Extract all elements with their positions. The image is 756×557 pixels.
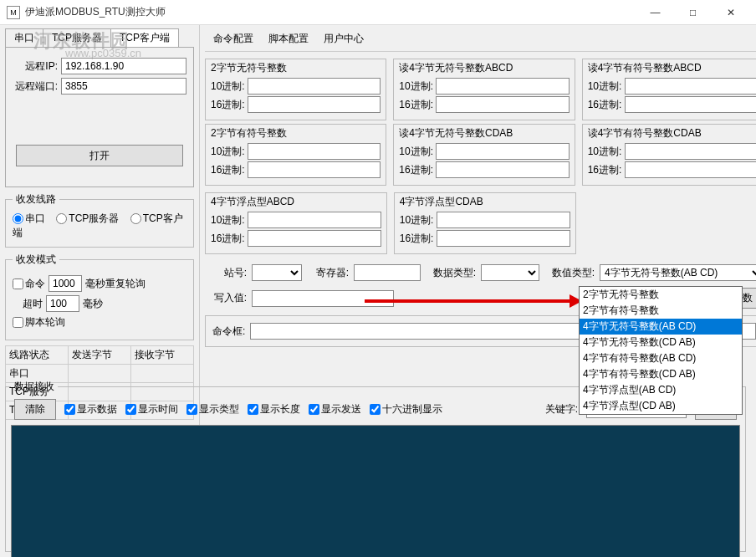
- dec-input[interactable]: [625, 143, 756, 160]
- chk-show-time[interactable]: 显示时间: [125, 402, 178, 416]
- hex-input[interactable]: [248, 230, 381, 247]
- dropdown-option[interactable]: 4字节有符号整数(AB CD): [580, 350, 742, 366]
- dec-input[interactable]: [625, 78, 756, 95]
- valuetype-dropdown-list[interactable]: 2字节无符号整数 2字节有符号整数 4字节无符号整数(AB CD) 4字节无符号…: [579, 286, 743, 415]
- hex-input[interactable]: [436, 161, 569, 178]
- group-4byte-unsigned-cdab: 读4字节无符号整数CDAB 10进制: 16进制:: [393, 124, 575, 186]
- hex-input[interactable]: [625, 161, 756, 178]
- status-col-recv: 接收字节: [131, 346, 194, 365]
- radio-serial[interactable]: 串口: [13, 212, 45, 224]
- app-icon: M: [7, 6, 20, 19]
- keyword-label: 关键字:: [545, 402, 578, 416]
- datatype-select[interactable]: [481, 264, 539, 281]
- tab-serial[interactable]: 串口: [5, 28, 43, 47]
- hex-input[interactable]: [437, 230, 570, 247]
- status-col-route: 线路状态: [6, 346, 69, 365]
- group-2byte-unsigned: 2字节无符号整数 10进制: 16进制:: [205, 59, 386, 120]
- dropdown-option[interactable]: 4字节有符号整数(CD AB): [580, 366, 742, 382]
- route-legend: 收发线路: [13, 192, 59, 207]
- menu-script-config[interactable]: 脚本配置: [268, 32, 309, 46]
- hex-input[interactable]: [248, 96, 381, 113]
- close-button[interactable]: ✕: [712, 0, 749, 25]
- tab-tcp-server[interactable]: TCP服务器: [43, 28, 111, 47]
- group-4byte-float-abcd: 4字节浮点型ABCD 10进制: 16进制:: [205, 192, 387, 254]
- menu-user-center[interactable]: 用户中心: [324, 32, 364, 46]
- remote-port-input[interactable]: [61, 78, 186, 95]
- dropdown-option[interactable]: 2字节无符号整数: [580, 287, 742, 303]
- hex-input[interactable]: [436, 96, 569, 113]
- chk-show-length[interactable]: 显示长度: [248, 402, 300, 416]
- valuetype-label: 数值类型:: [544, 266, 595, 280]
- cmd-interval-input[interactable]: [49, 275, 82, 292]
- dec-input[interactable]: [248, 212, 381, 228]
- hex-input[interactable]: [625, 96, 756, 113]
- dec-input[interactable]: [436, 78, 569, 95]
- connection-tabs: 串口 TCP服务器 TCP客户端: [5, 28, 194, 47]
- log-output[interactable]: [11, 425, 740, 557]
- group-4byte-signed-cdab: 读4字节有符号整数CDAB 10进制: 16进制:: [582, 124, 756, 186]
- mode-fieldset: 收发模式 命令 毫秒重复轮询 超时 毫秒 脚本轮询: [5, 253, 194, 340]
- menubar: 命令配置 脚本配置 用户中心: [205, 28, 756, 49]
- minimize-button[interactable]: —: [636, 0, 674, 25]
- write-value-input[interactable]: [252, 290, 394, 307]
- remote-ip-input[interactable]: [61, 58, 186, 74]
- chk-show-data[interactable]: 显示数据: [64, 402, 117, 416]
- cmd-checkbox[interactable]: 命令: [13, 277, 45, 291]
- clear-button[interactable]: 清除: [14, 399, 56, 420]
- dropdown-option[interactable]: 4字节无符号整数(CD AB): [580, 335, 742, 350]
- timeout-input[interactable]: [46, 295, 79, 312]
- dropdown-option[interactable]: 2字节有符号整数: [580, 303, 742, 319]
- radio-tcp-server[interactable]: TCP服务器: [56, 212, 119, 224]
- register-input[interactable]: [354, 264, 421, 281]
- route-fieldset: 收发线路 串口 TCP服务器 TCP客户端: [5, 192, 194, 248]
- dropdown-option[interactable]: 4字节浮点型(CD AB): [580, 398, 742, 414]
- conversion-groups: 2字节无符号整数 10进制: 16进制: 读4字节无符号整数ABCD 10进制:…: [205, 59, 756, 186]
- group-4byte-float-cdab: 4字节浮点型CDAB 10进制: 16进制:: [394, 192, 576, 254]
- remote-port-label: 远程端口:: [13, 79, 58, 94]
- timeout-suffix: 毫秒: [83, 297, 103, 311]
- group-4byte-unsigned-abcd: 读4字节无符号整数ABCD 10进制: 16进制:: [393, 59, 575, 120]
- titlebar: M 伊迪派MODBUS_RTU测控大师 — □ ✕: [0, 0, 756, 25]
- menu-command-config[interactable]: 命令配置: [213, 32, 253, 46]
- maximize-button[interactable]: □: [674, 0, 712, 25]
- group-4byte-signed-abcd: 读4字节有符号整数ABCD 10进制: 16进制:: [582, 59, 756, 120]
- group-2byte-signed: 2字节有符号整数 10进制: 16进制:: [205, 124, 386, 186]
- dropdown-option-selected[interactable]: 4字节无符号整数(AB CD): [580, 319, 742, 335]
- write-value-label: 写入值:: [205, 291, 247, 305]
- dropdown-option[interactable]: 4字节浮点型(AB CD): [580, 382, 742, 398]
- chk-show-type[interactable]: 显示类型: [186, 402, 239, 416]
- status-col-sent: 发送字节: [69, 346, 131, 365]
- dec-input[interactable]: [248, 78, 381, 95]
- open-button[interactable]: 打开: [16, 145, 183, 166]
- tab-tcp-client[interactable]: TCP客户端: [110, 28, 179, 47]
- cmdframe-label: 命令框:: [212, 324, 245, 339]
- hex-input[interactable]: [248, 161, 381, 178]
- valuetype-select[interactable]: 4字节无符号整数(AB CD): [600, 264, 756, 281]
- remote-ip-label: 远程IP:: [13, 59, 58, 74]
- register-label: 寄存器:: [307, 266, 349, 280]
- timeout-label: 超时: [13, 297, 43, 311]
- script-poll-checkbox[interactable]: 脚本轮询: [13, 315, 65, 330]
- station-label: 站号:: [205, 266, 247, 280]
- dec-input[interactable]: [248, 143, 381, 160]
- datatype-label: 数据类型:: [426, 266, 476, 280]
- connection-tab-body: 远程IP: 远程端口: 打开: [5, 47, 194, 187]
- window-title: 伊迪派MODBUS_RTU测控大师: [25, 5, 636, 19]
- chk-hex-display[interactable]: 十六进制显示: [370, 402, 442, 416]
- station-select[interactable]: [252, 264, 302, 281]
- dec-input[interactable]: [436, 143, 569, 160]
- chk-show-send[interactable]: 显示发送: [309, 402, 361, 416]
- data-receive-legend: 数据接收: [11, 380, 58, 394]
- mode-legend: 收发模式: [13, 253, 59, 267]
- dec-input[interactable]: [437, 212, 570, 228]
- cmd-suffix: 毫秒重复轮询: [85, 277, 146, 291]
